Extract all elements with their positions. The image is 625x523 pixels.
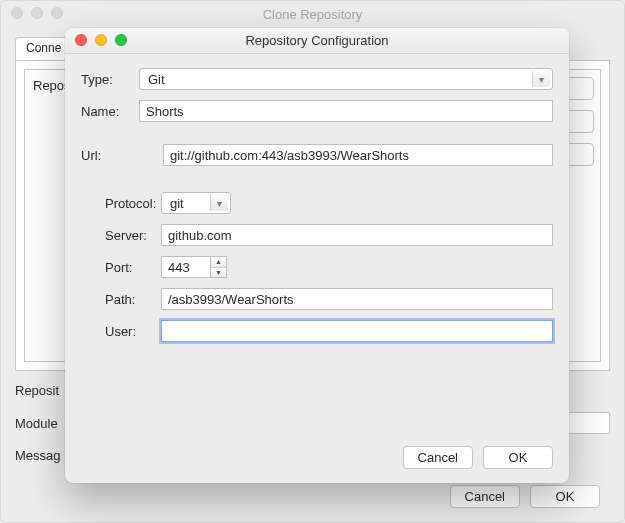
close-icon[interactable] bbox=[11, 7, 23, 19]
server-label: Server: bbox=[105, 228, 161, 243]
port-field[interactable] bbox=[161, 256, 211, 278]
protocol-label: Protocol: bbox=[105, 196, 161, 211]
protocol-select-value: git bbox=[170, 196, 184, 211]
stepper-down-icon[interactable]: ▼ bbox=[211, 268, 226, 278]
url-field[interactable] bbox=[163, 144, 553, 166]
outer-window-title: Clone Repository bbox=[263, 7, 363, 22]
protocol-select[interactable]: git ▾ bbox=[161, 192, 231, 214]
zoom-icon[interactable] bbox=[51, 7, 63, 19]
modal-cancel-button[interactable]: Cancel bbox=[403, 446, 473, 469]
type-label: Type: bbox=[81, 72, 139, 87]
zoom-icon[interactable] bbox=[115, 34, 127, 46]
outer-titlebar: Clone Repository bbox=[1, 1, 624, 27]
type-select[interactable]: Git ▾ bbox=[139, 68, 553, 90]
type-select-value: Git bbox=[148, 72, 165, 87]
modal-ok-button[interactable]: OK bbox=[483, 446, 553, 469]
outer-traffic-lights bbox=[11, 7, 63, 19]
repo-name-label: Reposit bbox=[15, 383, 59, 398]
module-label: Module bbox=[15, 416, 58, 431]
message-label: Messag bbox=[15, 448, 61, 463]
minimize-icon[interactable] bbox=[31, 7, 43, 19]
chevron-down-icon: ▾ bbox=[532, 71, 550, 87]
name-field[interactable] bbox=[139, 100, 553, 122]
modal-title: Repository Configuration bbox=[245, 33, 388, 48]
outer-ok-button[interactable]: OK bbox=[530, 485, 600, 508]
server-field[interactable] bbox=[161, 224, 553, 246]
outer-cancel-button[interactable]: Cancel bbox=[450, 485, 520, 508]
path-label: Path: bbox=[105, 292, 161, 307]
tab-connection[interactable]: Conne bbox=[15, 37, 72, 60]
repo-config-dialog: Repository Configuration Type: Git ▾ Nam… bbox=[65, 28, 569, 483]
name-label: Name: bbox=[81, 104, 139, 119]
modal-titlebar: Repository Configuration bbox=[65, 28, 569, 54]
close-icon[interactable] bbox=[75, 34, 87, 46]
user-field[interactable] bbox=[161, 320, 553, 342]
minimize-icon[interactable] bbox=[95, 34, 107, 46]
chevron-down-icon: ▾ bbox=[210, 195, 228, 211]
outer-footer: Cancel OK bbox=[450, 485, 600, 508]
modal-traffic-lights bbox=[75, 34, 127, 46]
url-label: Url: bbox=[81, 148, 139, 163]
port-stepper[interactable]: ▲ ▼ bbox=[211, 256, 227, 278]
path-field[interactable] bbox=[161, 288, 553, 310]
stepper-up-icon[interactable]: ▲ bbox=[211, 257, 226, 268]
port-label: Port: bbox=[105, 260, 161, 275]
modal-footer: Cancel OK bbox=[403, 446, 553, 469]
user-label: User: bbox=[105, 324, 161, 339]
